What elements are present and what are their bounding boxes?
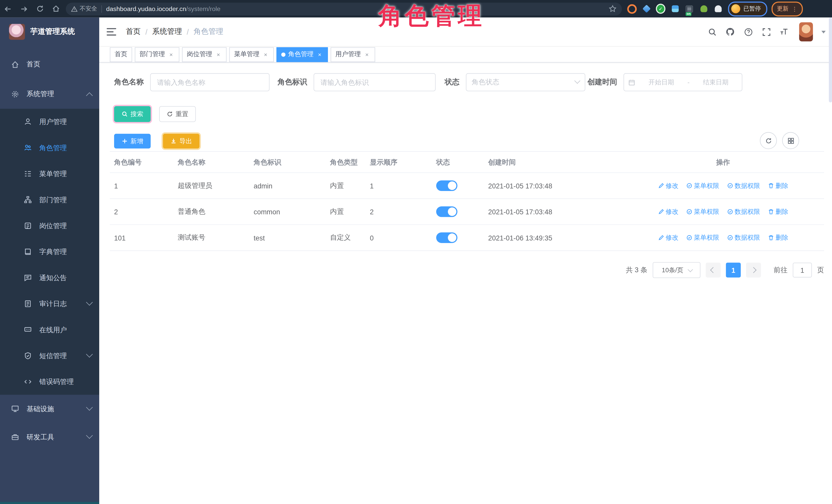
delete-link[interactable]: 删除: [768, 233, 788, 242]
sidebar-logo[interactable]: 芋道管理系统: [0, 18, 99, 46]
date-range-picker[interactable]: 开始日期 - 结束日期: [624, 73, 743, 91]
sidebar-item-audit-log[interactable]: 审计日志: [0, 291, 99, 317]
header-search-button[interactable]: [707, 26, 718, 37]
filter-buttons: 搜索 重置: [114, 105, 196, 123]
menu-permission-link[interactable]: 菜单权限: [686, 181, 719, 190]
edit-link[interactable]: 修改: [658, 233, 678, 242]
menu-permission-link[interactable]: 菜单权限: [686, 207, 719, 216]
status-toggle[interactable]: [436, 181, 458, 191]
menu-permission-link[interactable]: 菜单权限: [686, 233, 719, 242]
sidebar-item-dev-tools[interactable]: 研发工具: [0, 423, 99, 451]
chevron-down-icon: [688, 267, 693, 272]
security-warning[interactable]: 不安全: [71, 5, 97, 13]
search-icon: [708, 27, 717, 36]
bookmark-star-button[interactable]: [609, 5, 617, 13]
extension-grid[interactable]: [670, 4, 680, 14]
sidebar-item-sms[interactable]: 短信管理: [0, 343, 99, 369]
status-select[interactable]: 角色状态: [466, 73, 586, 91]
tag-home[interactable]: 首页: [110, 47, 132, 62]
sidebar-item-roles[interactable]: 角色管理: [0, 135, 99, 161]
current-page-button[interactable]: 1: [726, 263, 741, 277]
status-toggle[interactable]: [436, 232, 458, 243]
search-button[interactable]: 搜索: [114, 106, 151, 122]
browser-update-button[interactable]: 更新 ⋮: [772, 1, 803, 16]
sidebar-item-menus[interactable]: 菜单管理: [0, 161, 99, 187]
close-icon[interactable]: ×: [262, 51, 269, 58]
data-permission-link[interactable]: 数据权限: [727, 207, 760, 216]
breadcrumb-item[interactable]: 首页: [126, 27, 140, 37]
table-row[interactable]: 101 测试账号 test 自定义 0 2021-01-06 13:49:35 …: [110, 225, 824, 251]
export-button[interactable]: 导出: [163, 134, 200, 149]
sidebar-item-infrastructure[interactable]: 基础设施: [0, 395, 99, 423]
next-page-button[interactable]: [746, 263, 761, 277]
goto-page-input[interactable]: [793, 263, 812, 277]
sidebar-item-label: 菜单管理: [39, 169, 92, 179]
caret-down-icon[interactable]: [822, 30, 826, 33]
action-label: 菜单权限: [694, 207, 719, 216]
status-toggle[interactable]: [436, 206, 458, 217]
data-permission-link[interactable]: 数据权限: [727, 181, 760, 190]
sidebar-item-dict[interactable]: 字典管理: [0, 239, 99, 265]
sidebar-toggle-button[interactable]: [107, 28, 116, 36]
font-size-button[interactable]: [779, 26, 789, 37]
sidebar-item-online-users[interactable]: 在线用户: [0, 317, 99, 343]
sidebar-item-system[interactable]: 系统管理: [0, 79, 99, 109]
edit-link[interactable]: 修改: [658, 207, 678, 216]
column-settings-button[interactable]: [782, 132, 799, 149]
browser-forward-button[interactable]: [16, 2, 32, 15]
extension-gem[interactable]: [642, 4, 651, 14]
close-icon[interactable]: ×: [316, 51, 323, 58]
tag-menus[interactable]: 菜单管理×: [229, 47, 274, 62]
row-actions: 修改 菜单权限 数据权限 删除: [622, 233, 824, 242]
roles-table: 角色编号 角色名称 角色标识 角色类型 显示顺序 状态 创建时间 操作 1 超级…: [110, 151, 824, 251]
close-icon[interactable]: ×: [168, 51, 175, 58]
fullscreen-button[interactable]: [761, 26, 772, 37]
table-refresh-button[interactable]: [760, 132, 777, 149]
sidebar-item-posts[interactable]: 岗位管理: [0, 213, 99, 239]
sidebar-item-error-codes[interactable]: 错误码管理: [0, 369, 99, 395]
extension-tampermonkey[interactable]: on: [684, 4, 694, 14]
user-avatar[interactable]: [799, 22, 813, 42]
delete-link[interactable]: 删除: [768, 207, 788, 216]
address-bar[interactable]: 不安全 dashboard.yudao.iocoder.cn/system/ro…: [66, 2, 622, 15]
data-permission-link[interactable]: 数据权限: [727, 233, 760, 242]
browser-home-button[interactable]: [48, 2, 63, 15]
page-scrollbar[interactable]: [829, 18, 832, 102]
reset-button[interactable]: 重置: [159, 106, 196, 122]
table-row[interactable]: 2 普通角色 common 内置 2 2021-01-05 17:03:48 修…: [110, 199, 824, 225]
trash-icon: [768, 183, 774, 189]
role-name-input[interactable]: [150, 73, 270, 91]
circle-check-icon: [686, 235, 692, 241]
extension-ghost[interactable]: [713, 4, 723, 14]
tag-departments[interactable]: 部门管理×: [135, 47, 180, 62]
prev-page-button[interactable]: [706, 263, 721, 277]
browser-menu-icon[interactable]: ⋮: [792, 6, 798, 11]
table-row[interactable]: 1 超级管理员 admin 内置 1 2021-01-05 17:03:48 修…: [110, 173, 824, 199]
browser-profile-button[interactable]: 已暂停: [728, 1, 767, 16]
help-button[interactable]: [743, 26, 753, 37]
url-text[interactable]: dashboard.yudao.iocoder.cn/system/role: [106, 5, 220, 12]
add-button[interactable]: 新增: [114, 134, 151, 149]
tag-users[interactable]: 用户管理×: [331, 47, 375, 62]
tag-posts[interactable]: 岗位管理×: [182, 47, 227, 62]
close-icon[interactable]: ×: [215, 51, 222, 58]
sidebar-item-notice[interactable]: 通知公告: [0, 265, 99, 291]
close-icon[interactable]: ×: [364, 51, 370, 58]
extension-check[interactable]: ✓: [656, 4, 665, 14]
browser-back-button[interactable]: [0, 2, 16, 15]
tag-label: 角色管理: [288, 50, 314, 59]
sidebar-item-users[interactable]: 用户管理: [0, 109, 99, 135]
sidebar-item-home[interactable]: 首页: [0, 49, 99, 79]
page-size-select[interactable]: 10条/页: [653, 262, 700, 278]
extension-android[interactable]: [699, 4, 708, 14]
extension-orange[interactable]: [627, 4, 636, 14]
browser-refresh-button[interactable]: [32, 2, 48, 15]
sidebar-item-departments[interactable]: 部门管理: [0, 187, 99, 213]
tag-roles-active[interactable]: 角色管理×: [277, 47, 328, 62]
edit-link[interactable]: 修改: [658, 181, 678, 190]
delete-link[interactable]: 删除: [768, 181, 788, 190]
role-key-input[interactable]: [314, 73, 436, 91]
breadcrumb-item[interactable]: 系统管理: [152, 27, 182, 37]
github-link-button[interactable]: [725, 26, 735, 37]
main-area: 首页 / 系统管理 / 角色管理 首页 部门管理×: [99, 18, 832, 504]
